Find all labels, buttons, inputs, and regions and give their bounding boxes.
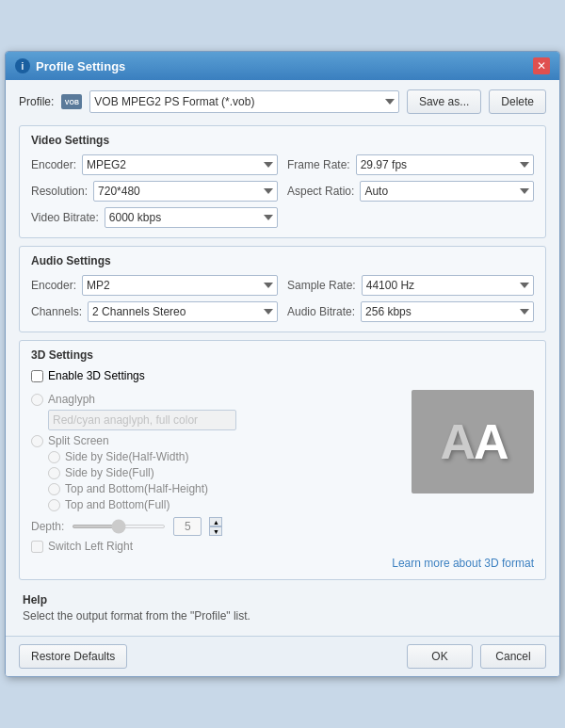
audio-encoder-label: Encoder: — [31, 279, 76, 292]
top-bottom-full-radio[interactable] — [48, 499, 60, 511]
learn-more-row: Learn more about 3D format — [31, 557, 534, 570]
app-icon: i — [15, 58, 30, 73]
side-by-side-full-radio[interactable] — [48, 467, 60, 479]
aspect-ratio-label: Aspect Ratio: — [287, 185, 354, 198]
audio-bitrate-row: Audio Bitrate: 256 kbps — [287, 301, 534, 322]
dialog-body: Profile: VOB VOB MPEG2 PS Format (*.vob)… — [6, 80, 559, 636]
resolution-row: Resolution: 720*480 — [31, 181, 278, 202]
top-bottom-half-row: Top and Bottom(Half-Height) — [48, 482, 402, 495]
side-by-side-full-label[interactable]: Side by Side(Full) — [65, 466, 154, 479]
title-bar-left: i Profile Settings — [15, 58, 125, 73]
help-section: Help Select the output format from the "… — [19, 588, 546, 626]
video-bitrate-select[interactable]: 6000 kbps — [105, 207, 278, 228]
split-screen-radio[interactable] — [31, 435, 43, 447]
resolution-select[interactable]: 720*480 — [93, 181, 278, 202]
anaglyph-select-row: Red/cyan anaglyph, full color — [48, 410, 402, 430]
profile-format-icon: VOB — [61, 94, 82, 109]
dialog-footer: Restore Defaults OK Cancel — [6, 636, 559, 676]
channels-label: Channels: — [31, 305, 82, 318]
cancel-button[interactable]: Cancel — [480, 644, 546, 669]
aa-preview-text: AA — [440, 413, 505, 470]
aspect-ratio-select[interactable]: Auto — [360, 181, 534, 202]
enable-3d-label[interactable]: Enable 3D Settings — [48, 369, 145, 382]
three-d-settings-section: 3D Settings Enable 3D Settings Anaglyph … — [19, 340, 546, 580]
video-settings-title: Video Settings — [31, 134, 534, 147]
top-bottom-full-row: Top and Bottom(Full) — [48, 498, 402, 511]
save-as-button[interactable]: Save as... — [407, 89, 481, 114]
switch-lr-row: Switch Left Right — [31, 540, 402, 553]
depth-label: Depth: — [31, 520, 64, 533]
depth-value: 5 — [173, 517, 202, 536]
sample-rate-row: Sample Rate: 44100 Hz — [287, 275, 534, 296]
channels-row: Channels: 2 Channels Stereo — [31, 301, 278, 322]
channels-select[interactable]: 2 Channels Stereo — [88, 301, 278, 322]
depth-down-button[interactable]: ▼ — [209, 526, 222, 536]
frame-rate-select[interactable]: 29.97 fps — [356, 154, 534, 175]
anaglyph-row: Anaglyph — [31, 393, 402, 406]
enable-3d-checkbox[interactable] — [31, 370, 43, 382]
resolution-label: Resolution: — [31, 185, 88, 198]
footer-right: OK Cancel — [407, 644, 546, 669]
close-button[interactable]: ✕ — [533, 57, 550, 74]
three-d-content: Anaglyph Red/cyan anaglyph, full color S… — [31, 390, 534, 553]
encoder-row: Encoder: MPEG2 — [31, 154, 278, 175]
switch-lr-checkbox[interactable] — [31, 541, 43, 553]
aspect-ratio-row: Aspect Ratio: Auto — [287, 181, 534, 202]
video-bitrate-row: Video Bitrate: 6000 kbps — [31, 207, 278, 228]
video-settings-section: Video Settings Encoder: MPEG2 Frame Rate… — [19, 125, 546, 238]
three-d-title: 3D Settings — [31, 348, 534, 362]
depth-slider[interactable] — [72, 525, 166, 528]
aa-left: A — [440, 413, 472, 470]
side-by-side-half-radio[interactable] — [48, 451, 60, 463]
side-by-side-half-row: Side by Side(Half-Width) — [48, 450, 402, 463]
depth-spinner: ▲ ▼ — [209, 517, 222, 536]
delete-button[interactable]: Delete — [489, 89, 546, 114]
sample-rate-label: Sample Rate: — [287, 279, 356, 292]
split-screen-label[interactable]: Split Screen — [48, 434, 109, 447]
audio-encoder-row: Encoder: MP2 — [31, 275, 278, 296]
video-settings-grid: Encoder: MPEG2 Frame Rate: 29.97 fps Res… — [31, 154, 534, 228]
profile-row: Profile: VOB VOB MPEG2 PS Format (*.vob)… — [19, 89, 546, 114]
title-bar: i Profile Settings ✕ — [6, 52, 559, 80]
audio-bitrate-label: Audio Bitrate: — [287, 305, 355, 318]
help-text: Select the output format from the "Profi… — [23, 609, 542, 623]
frame-rate-label: Frame Rate: — [287, 158, 350, 171]
audio-settings-title: Audio Settings — [31, 254, 534, 267]
split-screen-options: Side by Side(Half-Width) Side by Side(Fu… — [48, 450, 402, 511]
video-bitrate-label: Video Bitrate: — [31, 211, 99, 224]
anaglyph-label[interactable]: Anaglyph — [48, 393, 95, 406]
audio-settings-section: Audio Settings Encoder: MP2 Sample Rate:… — [19, 246, 546, 332]
sample-rate-select[interactable]: 44100 Hz — [362, 275, 534, 296]
side-by-side-half-label[interactable]: Side by Side(Half-Width) — [65, 450, 188, 463]
dialog-title: Profile Settings — [36, 59, 125, 73]
anaglyph-radio[interactable] — [31, 394, 43, 406]
split-screen-row: Split Screen — [31, 434, 402, 447]
top-bottom-half-radio[interactable] — [48, 483, 60, 495]
depth-up-button[interactable]: ▲ — [209, 517, 222, 526]
ok-button[interactable]: OK — [407, 644, 473, 669]
top-bottom-half-label[interactable]: Top and Bottom(Half-Height) — [65, 482, 208, 495]
restore-defaults-button[interactable]: Restore Defaults — [19, 644, 127, 669]
anaglyph-option-select[interactable]: Red/cyan anaglyph, full color — [48, 410, 236, 430]
three-d-preview: AA — [412, 390, 534, 493]
learn-more-link[interactable]: Learn more about 3D format — [392, 557, 534, 570]
three-d-left: Anaglyph Red/cyan anaglyph, full color S… — [31, 390, 402, 553]
enable-3d-row: Enable 3D Settings — [31, 369, 534, 382]
audio-encoder-select[interactable]: MP2 — [82, 275, 278, 296]
help-title: Help — [23, 593, 542, 607]
profile-settings-dialog: i Profile Settings ✕ Profile: VOB VOB MP… — [5, 51, 560, 677]
profile-select[interactable]: VOB MPEG2 PS Format (*.vob) — [89, 90, 399, 113]
aa-right: A — [474, 413, 506, 470]
frame-rate-row: Frame Rate: 29.97 fps — [287, 154, 534, 175]
audio-settings-grid: Encoder: MP2 Sample Rate: 44100 Hz Chann… — [31, 275, 534, 322]
audio-bitrate-select[interactable]: 256 kbps — [361, 301, 534, 322]
depth-row: Depth: 5 ▲ ▼ — [31, 517, 402, 536]
encoder-label: Encoder: — [31, 158, 76, 171]
side-by-side-full-row: Side by Side(Full) — [48, 466, 402, 479]
profile-label: Profile: — [19, 95, 54, 108]
switch-lr-label[interactable]: Switch Left Right — [48, 540, 133, 553]
encoder-select[interactable]: MPEG2 — [82, 154, 278, 175]
top-bottom-full-label[interactable]: Top and Bottom(Full) — [65, 498, 170, 511]
